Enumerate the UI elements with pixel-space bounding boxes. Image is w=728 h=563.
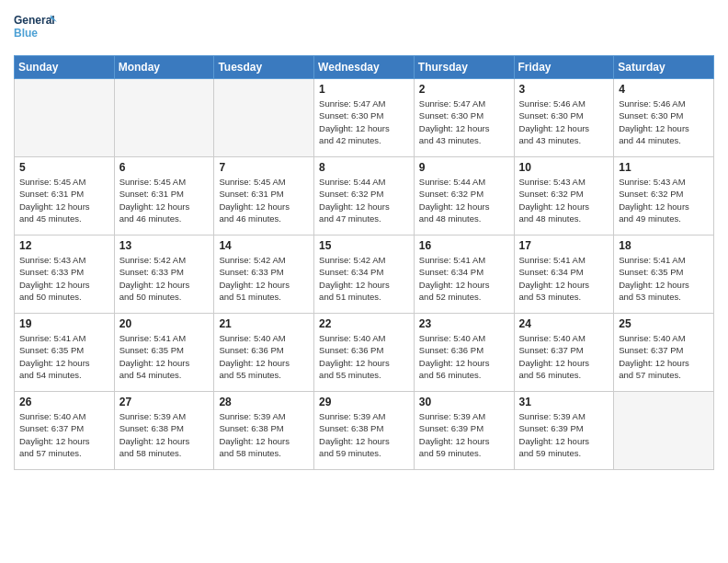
day-number: 18 <box>619 239 709 252</box>
day-number: 2 <box>419 83 509 96</box>
day-number: 26 <box>19 396 109 408</box>
calendar-cell: 9Sunrise: 5:44 AM Sunset: 6:32 PM Daylig… <box>414 157 514 236</box>
calendar-cell: 14Sunrise: 5:42 AM Sunset: 6:33 PM Dayli… <box>214 236 314 314</box>
calendar-cell: 26Sunrise: 5:40 AM Sunset: 6:37 PM Dayli… <box>15 392 115 470</box>
calendar-cell <box>15 79 115 157</box>
calendar-cell: 5Sunrise: 5:45 AM Sunset: 6:31 PM Daylig… <box>15 157 115 236</box>
calendar-cell: 11Sunrise: 5:43 AM Sunset: 6:32 PM Dayli… <box>614 157 714 236</box>
day-number: 1 <box>319 83 409 96</box>
day-info: Sunrise: 5:45 AM Sunset: 6:31 PM Dayligh… <box>19 176 109 224</box>
column-header-thursday: Thursday <box>414 56 514 79</box>
day-number: 9 <box>419 161 509 174</box>
day-info: Sunrise: 5:40 AM Sunset: 6:37 PM Dayligh… <box>19 410 109 459</box>
calendar-cell: 27Sunrise: 5:39 AM Sunset: 6:38 PM Dayli… <box>114 392 214 470</box>
column-header-tuesday: Tuesday <box>214 56 314 79</box>
calendar-cell: 17Sunrise: 5:41 AM Sunset: 6:34 PM Dayli… <box>514 236 614 314</box>
day-info: Sunrise: 5:39 AM Sunset: 6:38 PM Dayligh… <box>219 410 309 459</box>
day-info: Sunrise: 5:44 AM Sunset: 6:32 PM Dayligh… <box>319 176 409 224</box>
day-number: 25 <box>619 317 709 330</box>
day-number: 11 <box>619 161 709 174</box>
day-info: Sunrise: 5:39 AM Sunset: 6:39 PM Dayligh… <box>419 410 509 459</box>
calendar-week-1: 1Sunrise: 5:47 AM Sunset: 6:30 PM Daylig… <box>15 79 714 157</box>
calendar-week-4: 19Sunrise: 5:41 AM Sunset: 6:35 PM Dayli… <box>15 314 714 392</box>
day-number: 24 <box>519 317 609 330</box>
calendar-cell: 7Sunrise: 5:45 AM Sunset: 6:31 PM Daylig… <box>214 157 314 236</box>
calendar-cell: 31Sunrise: 5:39 AM Sunset: 6:39 PM Dayli… <box>514 392 614 470</box>
calendar-cell: 13Sunrise: 5:42 AM Sunset: 6:33 PM Dayli… <box>114 236 214 314</box>
calendar-cell: 2Sunrise: 5:47 AM Sunset: 6:30 PM Daylig… <box>414 79 514 157</box>
calendar-cell <box>114 79 214 157</box>
day-number: 14 <box>219 239 309 252</box>
calendar-cell: 4Sunrise: 5:46 AM Sunset: 6:30 PM Daylig… <box>614 79 714 157</box>
day-info: Sunrise: 5:42 AM Sunset: 6:33 PM Dayligh… <box>119 254 210 303</box>
day-info: Sunrise: 5:41 AM Sunset: 6:35 PM Dayligh… <box>619 254 709 303</box>
calendar-cell: 20Sunrise: 5:41 AM Sunset: 6:35 PM Dayli… <box>114 314 214 392</box>
header-row: SundayMondayTuesdayWednesdayThursdayFrid… <box>15 56 714 79</box>
calendar-cell <box>614 392 714 470</box>
day-info: Sunrise: 5:47 AM Sunset: 6:30 PM Dayligh… <box>419 98 509 146</box>
day-number: 8 <box>319 161 409 174</box>
day-number: 29 <box>319 396 409 408</box>
day-number: 13 <box>119 239 210 252</box>
day-info: Sunrise: 5:43 AM Sunset: 6:32 PM Dayligh… <box>619 176 709 224</box>
day-info: Sunrise: 5:41 AM Sunset: 6:35 PM Dayligh… <box>19 332 109 381</box>
calendar-cell: 10Sunrise: 5:43 AM Sunset: 6:32 PM Dayli… <box>514 157 614 236</box>
day-info: Sunrise: 5:46 AM Sunset: 6:30 PM Dayligh… <box>519 98 609 146</box>
day-info: Sunrise: 5:43 AM Sunset: 6:32 PM Dayligh… <box>519 176 609 224</box>
day-info: Sunrise: 5:40 AM Sunset: 6:36 PM Dayligh… <box>219 332 309 381</box>
day-info: Sunrise: 5:40 AM Sunset: 6:36 PM Dayligh… <box>319 332 409 381</box>
calendar-cell: 24Sunrise: 5:40 AM Sunset: 6:37 PM Dayli… <box>514 314 614 392</box>
column-header-monday: Monday <box>114 56 214 79</box>
day-info: Sunrise: 5:39 AM Sunset: 6:38 PM Dayligh… <box>319 410 409 459</box>
calendar-week-2: 5Sunrise: 5:45 AM Sunset: 6:31 PM Daylig… <box>15 157 714 236</box>
column-header-wednesday: Wednesday <box>314 56 415 79</box>
day-number: 10 <box>519 161 609 174</box>
day-number: 23 <box>419 317 509 330</box>
day-number: 31 <box>519 396 609 408</box>
calendar-cell: 22Sunrise: 5:40 AM Sunset: 6:36 PM Dayli… <box>314 314 415 392</box>
day-info: Sunrise: 5:41 AM Sunset: 6:34 PM Dayligh… <box>519 254 609 303</box>
calendar-cell: 28Sunrise: 5:39 AM Sunset: 6:38 PM Dayli… <box>214 392 314 470</box>
calendar-cell: 8Sunrise: 5:44 AM Sunset: 6:32 PM Daylig… <box>314 157 415 236</box>
day-number: 4 <box>619 83 709 96</box>
day-number: 28 <box>219 396 309 408</box>
day-info: Sunrise: 5:39 AM Sunset: 6:39 PM Dayligh… <box>519 410 609 459</box>
calendar-cell: 16Sunrise: 5:41 AM Sunset: 6:34 PM Dayli… <box>414 236 514 314</box>
calendar-cell: 30Sunrise: 5:39 AM Sunset: 6:39 PM Dayli… <box>414 392 514 470</box>
day-number: 20 <box>119 317 210 330</box>
day-number: 7 <box>219 161 309 174</box>
day-number: 30 <box>419 396 509 408</box>
day-info: Sunrise: 5:44 AM Sunset: 6:32 PM Dayligh… <box>419 176 509 224</box>
calendar-cell: 12Sunrise: 5:43 AM Sunset: 6:33 PM Dayli… <box>15 236 115 314</box>
calendar-cell: 21Sunrise: 5:40 AM Sunset: 6:36 PM Dayli… <box>214 314 314 392</box>
day-info: Sunrise: 5:42 AM Sunset: 6:33 PM Dayligh… <box>219 254 309 303</box>
column-header-sunday: Sunday <box>15 56 115 79</box>
calendar-cell: 1Sunrise: 5:47 AM Sunset: 6:30 PM Daylig… <box>314 79 415 157</box>
day-info: Sunrise: 5:41 AM Sunset: 6:34 PM Dayligh… <box>419 254 509 303</box>
logo-svg: General Blue <box>14 9 58 48</box>
day-info: Sunrise: 5:43 AM Sunset: 6:33 PM Dayligh… <box>19 254 109 303</box>
calendar-cell: 18Sunrise: 5:41 AM Sunset: 6:35 PM Dayli… <box>614 236 714 314</box>
page-header: General Blue <box>14 9 714 48</box>
calendar-cell: 23Sunrise: 5:40 AM Sunset: 6:36 PM Dayli… <box>414 314 514 392</box>
day-number: 16 <box>419 239 509 252</box>
svg-text:General: General <box>14 14 55 27</box>
calendar-cell: 25Sunrise: 5:40 AM Sunset: 6:37 PM Dayli… <box>614 314 714 392</box>
calendar-cell: 6Sunrise: 5:45 AM Sunset: 6:31 PM Daylig… <box>114 157 214 236</box>
column-header-saturday: Saturday <box>614 56 714 79</box>
day-info: Sunrise: 5:39 AM Sunset: 6:38 PM Dayligh… <box>119 410 210 459</box>
day-number: 19 <box>19 317 109 330</box>
day-info: Sunrise: 5:46 AM Sunset: 6:30 PM Dayligh… <box>619 98 709 146</box>
day-number: 21 <box>219 317 309 330</box>
svg-text:Blue: Blue <box>14 27 38 40</box>
day-info: Sunrise: 5:40 AM Sunset: 6:37 PM Dayligh… <box>519 332 609 381</box>
calendar-week-3: 12Sunrise: 5:43 AM Sunset: 6:33 PM Dayli… <box>15 236 714 314</box>
day-info: Sunrise: 5:45 AM Sunset: 6:31 PM Dayligh… <box>219 176 309 224</box>
day-info: Sunrise: 5:41 AM Sunset: 6:35 PM Dayligh… <box>119 332 210 381</box>
day-number: 15 <box>319 239 409 252</box>
day-number: 12 <box>19 239 109 252</box>
column-header-friday: Friday <box>514 56 614 79</box>
day-info: Sunrise: 5:42 AM Sunset: 6:34 PM Dayligh… <box>319 254 409 303</box>
calendar-cell: 19Sunrise: 5:41 AM Sunset: 6:35 PM Dayli… <box>15 314 115 392</box>
day-number: 5 <box>19 161 109 174</box>
